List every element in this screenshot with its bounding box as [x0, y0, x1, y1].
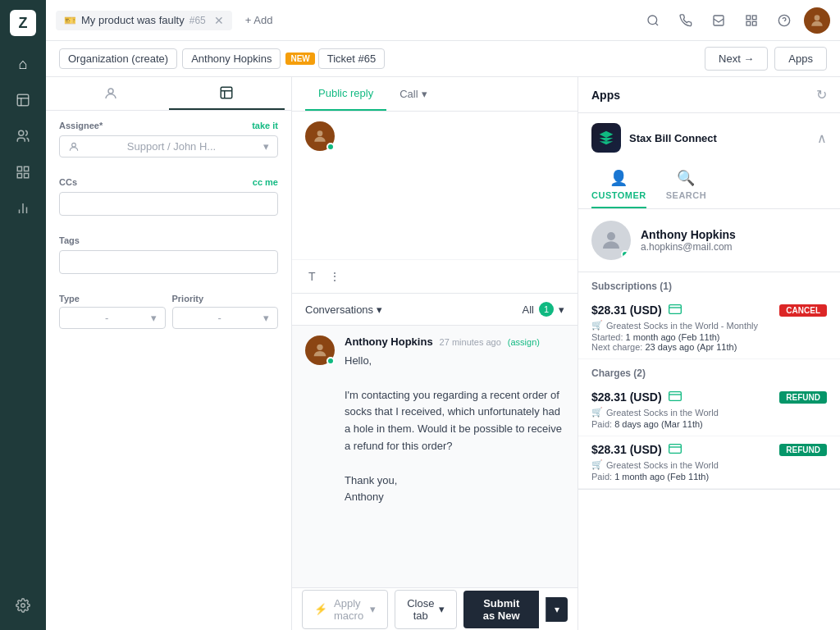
tags-label: Tags: [59, 235, 80, 245]
close-tab-chevron: ▾: [439, 603, 445, 615]
reply-input[interactable]: [345, 121, 564, 236]
close-tab-button[interactable]: Close tab ▾: [395, 590, 457, 629]
cart-icon-charge-1: 🛒: [591, 459, 603, 470]
svg-rect-16: [752, 16, 756, 20]
active-tab[interactable]: 🎫 My product was faulty #65 ✕: [56, 11, 232, 30]
bc-anthony-hopkins[interactable]: Anthony Hopkins: [182, 48, 281, 69]
customer-details: Anthony Hopkins a.hopkins@mail.com: [641, 228, 736, 253]
charges-title: Charges (2): [578, 359, 840, 384]
conversations-bar: Conversations ▾ All 1 ▾: [292, 294, 578, 326]
tab-title: My product was faulty: [81, 14, 185, 26]
customer-name: Anthony Hopkins: [641, 228, 736, 241]
collapse-icon[interactable]: ∧: [817, 130, 827, 146]
filter-chevron: ▾: [559, 304, 564, 316]
assignee-chevron: ▾: [263, 140, 269, 153]
close-tab-icon[interactable]: ✕: [214, 14, 224, 27]
reply-tabs: Public reply Call ▾: [292, 77, 578, 112]
home-icon[interactable]: ⌂: [8, 49, 38, 79]
more-options-icon[interactable]: ⋮: [326, 267, 344, 286]
panel-tabs: [46, 77, 291, 111]
svg-rect-17: [746, 21, 751, 25]
search-icon[interactable]: [640, 7, 666, 34]
take-it-link[interactable]: take it: [252, 121, 278, 130]
message-item: Anthony Hopkins 27 minutes ago (assign) …: [305, 336, 564, 506]
settings-icon[interactable]: [8, 591, 38, 620]
next-button[interactable]: Next →: [705, 47, 768, 71]
conversations-filter[interactable]: All 1 ▾: [523, 302, 564, 317]
compose-icon[interactable]: [705, 7, 732, 34]
svg-rect-5: [25, 167, 29, 171]
navbbar: Organization (create) Anthony Hopkins NE…: [46, 41, 840, 77]
stax-bill-card: Stax Bill Connect ∧ 👤 CUSTOMER 🔍 SEARCH: [578, 113, 840, 490]
svg-rect-4: [17, 167, 21, 171]
apply-macro-button[interactable]: ⚡ Apply macro ▾: [302, 590, 388, 629]
users-icon[interactable]: [8, 121, 38, 151]
bc-org-create[interactable]: Organization (create): [59, 48, 177, 69]
priority-chevron: ▾: [263, 312, 269, 324]
reports-icon[interactable]: [8, 194, 38, 223]
right-title: Apps: [591, 89, 620, 102]
reply-area: Public reply Call ▾: [292, 77, 578, 294]
tab-icon: 🎫: [64, 15, 76, 26]
subscriptions-title: Subscriptions (1): [578, 272, 840, 297]
phone-icon[interactable]: [673, 7, 699, 34]
priority-select[interactable]: - ▾: [172, 307, 279, 329]
svg-rect-6: [17, 174, 21, 178]
assignee-select[interactable]: Support / John H... ▾: [59, 135, 278, 158]
bc-ticket[interactable]: Ticket #65: [318, 48, 386, 69]
logo[interactable]: Z: [10, 10, 36, 36]
charge-card-icon-1: [669, 443, 682, 456]
svg-rect-18: [752, 21, 756, 25]
message-avatar: [305, 336, 335, 365]
sub-amount-0: $28.31 (USD): [591, 304, 662, 317]
svg-rect-7: [25, 174, 29, 178]
app-name: Stax Bill Connect: [629, 132, 717, 144]
public-reply-tab[interactable]: Public reply: [305, 77, 386, 111]
customer-info: Anthony Hopkins a.hopkins@mail.com: [578, 209, 840, 272]
svg-rect-34: [669, 445, 681, 454]
submit-arrow-button[interactable]: ▾: [546, 597, 568, 622]
svg-point-22: [108, 89, 113, 94]
call-tab[interactable]: Call ▾: [386, 78, 440, 110]
ticket-icon[interactable]: [8, 85, 38, 115]
composer-toolbar: T ⋮: [292, 259, 578, 293]
type-label: Type: [59, 294, 166, 304]
message-time: 27 minutes ago: [440, 337, 501, 347]
cart-icon-charge-0: 🛒: [591, 407, 603, 418]
charge-item-0: $28.31 (USD) REFUND 🛒 Greatest Socks in …: [578, 384, 840, 436]
apps-grid-icon[interactable]: [8, 158, 38, 187]
customer-tab[interactable]: 👤 CUSTOMER: [591, 169, 646, 208]
format-text-icon[interactable]: T: [305, 267, 319, 286]
svg-rect-15: [746, 16, 751, 20]
help-icon[interactable]: [771, 7, 797, 34]
ccs-input[interactable]: [59, 192, 278, 216]
apps-button[interactable]: Apps: [774, 47, 827, 71]
search-tab-icon: 🔍: [677, 169, 696, 187]
svg-point-29: [607, 232, 615, 240]
tags-input[interactable]: [59, 250, 278, 274]
conversation-list: Anthony Hopkins 27 minutes ago (assign) …: [292, 326, 578, 587]
submit-button[interactable]: Submit as New: [463, 591, 539, 628]
app-header[interactable]: Stax Bill Connect ∧: [578, 113, 840, 162]
left-panel: Assignee* take it Support / John H... ▾ …: [46, 77, 292, 630]
svg-rect-32: [669, 392, 681, 401]
assign-link[interactable]: (assign): [508, 337, 540, 347]
customer-tab-label: CUSTOMER: [591, 190, 646, 200]
user-avatar[interactable]: [804, 7, 830, 34]
stax-logo: [591, 123, 621, 153]
conversations-label[interactable]: Conversations ▾: [305, 304, 382, 316]
refresh-icon[interactable]: ↻: [816, 87, 827, 103]
add-tab-button[interactable]: + Add: [239, 11, 280, 30]
type-select[interactable]: - ▾: [59, 307, 166, 329]
composer-body: [345, 121, 564, 249]
cc-me-link[interactable]: cc me: [253, 177, 278, 187]
charge-dates-1: Paid: 1 month ago (Feb 11th): [591, 472, 827, 482]
search-tab[interactable]: 🔍 SEARCH: [666, 169, 706, 208]
subscription-item-0: $28.31 (USD) CANCEL 🛒 Greatest Socks in …: [578, 297, 840, 359]
sub-dates-0: Started: 1 month ago (Feb 11th) Next cha…: [591, 332, 827, 352]
panel-tab-ticket[interactable]: [169, 77, 285, 110]
grid-icon[interactable]: [738, 7, 765, 34]
panel-tab-user[interactable]: [52, 77, 169, 110]
charge-amount-1: $28.31 (USD): [591, 443, 662, 456]
bottom-bar: ⚡ Apply macro ▾ Close tab ▾ Submit as Ne…: [292, 587, 578, 630]
